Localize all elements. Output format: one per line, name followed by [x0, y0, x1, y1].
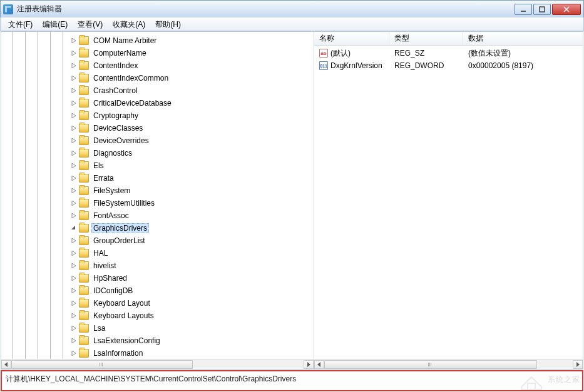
- value-row[interactable]: ab(默认)REG_SZ(数值未设置): [314, 47, 583, 59]
- tree-node[interactable]: Cryptography: [1, 109, 314, 122]
- scroll-right-arrow[interactable]: [573, 360, 583, 369]
- expand-icon[interactable]: [70, 299, 78, 307]
- folder-icon: [79, 249, 89, 258]
- tree-node[interactable]: CriticalDeviceDatabase: [1, 97, 314, 109]
- registry-tree[interactable]: COM Name ArbiterComputerNameContentIndex…: [1, 32, 314, 369]
- column-type[interactable]: 类型: [389, 32, 463, 45]
- expand-icon[interactable]: [70, 212, 78, 219]
- svg-marker-17: [72, 201, 76, 206]
- tree-node[interactable]: HAL: [1, 247, 314, 259]
- close-button[interactable]: [552, 4, 581, 15]
- registry-path: 计算机\HKEY_LOCAL_MACHINE\SYSTEM\CurrentCon…: [6, 374, 296, 384]
- expand-icon[interactable]: [70, 49, 78, 57]
- tree-horizontal-scrollbar[interactable]: [1, 359, 314, 369]
- tree-node[interactable]: COM Name Arbiter: [1, 34, 314, 47]
- menu-help[interactable]: 帮助(H): [150, 18, 186, 31]
- folder-icon: [79, 161, 89, 170]
- values-horizontal-scrollbar[interactable]: [314, 359, 583, 369]
- tree-node[interactable]: CrashControl: [1, 84, 314, 97]
- tree-node-label: ComputerName: [91, 48, 148, 58]
- column-data[interactable]: 数据: [463, 32, 583, 45]
- expand-icon[interactable]: [70, 112, 78, 119]
- folder-icon: [79, 61, 89, 70]
- tree-node[interactable]: Lsa: [1, 322, 314, 334]
- expand-icon[interactable]: [70, 237, 78, 244]
- tree-node[interactable]: hivelist: [1, 259, 314, 272]
- tree-node[interactable]: ContentIndexCommon: [1, 72, 314, 84]
- tree-node[interactable]: LsaExtensionConfig: [1, 334, 314, 347]
- expand-icon[interactable]: [70, 62, 78, 69]
- expand-icon[interactable]: [70, 287, 78, 294]
- minimize-button[interactable]: [515, 4, 532, 15]
- expand-icon[interactable]: [70, 37, 78, 44]
- tree-node[interactable]: FileSystemUtilities: [1, 197, 314, 209]
- value-type: REG_DWORD: [389, 61, 463, 70]
- expand-icon[interactable]: [70, 162, 78, 169]
- svg-marker-21: [72, 251, 76, 256]
- tree-node[interactable]: Diagnostics: [1, 147, 314, 159]
- tree-node[interactable]: FontAssoc: [1, 209, 314, 222]
- tree-node[interactable]: GroupOrderList: [1, 234, 314, 247]
- expand-icon[interactable]: [70, 124, 78, 132]
- tree-node[interactable]: IDConfigDB: [1, 284, 314, 297]
- expand-icon[interactable]: [70, 174, 78, 182]
- maximize-button[interactable]: [533, 4, 551, 15]
- folder-icon: [79, 211, 89, 220]
- scroll-track[interactable]: [324, 360, 573, 369]
- expand-icon[interactable]: [70, 324, 78, 332]
- menu-bar: 文件(F) 编辑(E) 查看(V) 收藏夹(A) 帮助(H): [0, 18, 584, 31]
- values-list[interactable]: ab(默认)REG_SZ(数值未设置)011DxgKrnlVersionREG_…: [314, 46, 583, 73]
- expand-icon[interactable]: [70, 149, 78, 157]
- expand-icon[interactable]: [70, 199, 78, 207]
- tree-node[interactable]: Keyboard Layout: [1, 297, 314, 309]
- expand-icon[interactable]: [70, 262, 78, 269]
- menu-edit[interactable]: 编辑(E): [38, 18, 73, 31]
- expand-icon[interactable]: [70, 337, 78, 344]
- tree-node[interactable]: FileSystem: [1, 184, 314, 197]
- tree-node[interactable]: DeviceClasses: [1, 122, 314, 134]
- menu-file[interactable]: 文件(F): [3, 18, 38, 31]
- expand-icon[interactable]: [70, 274, 78, 282]
- tree-node[interactable]: Keyboard Layouts: [1, 309, 314, 322]
- tree-node[interactable]: ContentIndex: [1, 59, 314, 72]
- scroll-right-arrow[interactable]: [304, 360, 314, 369]
- svg-marker-20: [72, 238, 76, 243]
- folder-icon: [79, 111, 89, 120]
- tree-node-label: GroupOrderList: [91, 236, 147, 246]
- expand-icon[interactable]: [70, 87, 78, 94]
- expand-icon[interactable]: [70, 224, 78, 232]
- expand-icon[interactable]: [70, 187, 78, 194]
- tree-node[interactable]: HpShared: [1, 272, 314, 284]
- svg-marker-29: [72, 351, 76, 356]
- expand-icon[interactable]: [70, 74, 78, 82]
- menu-view[interactable]: 查看(V): [73, 18, 108, 31]
- tree-node[interactable]: LsaInformation: [1, 347, 314, 359]
- expand-icon[interactable]: [70, 137, 78, 144]
- column-name[interactable]: 名称: [314, 32, 389, 45]
- tree-node-label: DeviceClasses: [91, 123, 145, 133]
- expand-icon[interactable]: [70, 99, 78, 107]
- svg-marker-25: [72, 301, 76, 306]
- expand-icon[interactable]: [70, 249, 78, 257]
- menu-favorites[interactable]: 收藏夹(A): [108, 18, 150, 31]
- expand-icon[interactable]: [70, 312, 78, 319]
- tree-node[interactable]: DeviceOverrides: [1, 134, 314, 147]
- svg-marker-32: [307, 362, 310, 367]
- value-data: (数值未设置): [463, 48, 583, 59]
- scroll-thumb[interactable]: [324, 360, 537, 369]
- tree-node[interactable]: Errata: [1, 172, 314, 184]
- folder-icon: [79, 36, 89, 45]
- scroll-left-arrow[interactable]: [1, 360, 11, 369]
- tree-node-label: COM Name Arbiter: [91, 36, 158, 46]
- app-icon: [3, 4, 13, 14]
- tree-node[interactable]: GraphicsDrivers: [1, 222, 314, 234]
- scroll-thumb[interactable]: [11, 360, 193, 369]
- scroll-track[interactable]: [11, 360, 304, 369]
- tree-node[interactable]: ComputerName: [1, 47, 314, 59]
- expand-icon[interactable]: [70, 349, 78, 357]
- folder-icon: [79, 86, 89, 95]
- tree-node-label: HAL: [91, 248, 110, 258]
- tree-node[interactable]: Els: [1, 159, 314, 172]
- value-row[interactable]: 011DxgKrnlVersionREG_DWORD0x00002005 (81…: [314, 59, 583, 72]
- scroll-left-arrow[interactable]: [314, 360, 324, 369]
